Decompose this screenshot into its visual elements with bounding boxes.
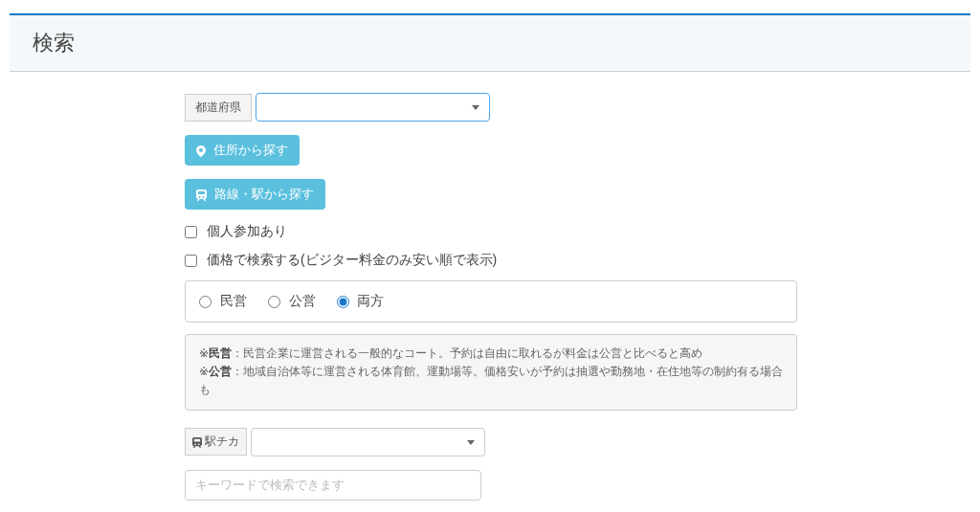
address-search-button[interactable]: 住所から探す [185,135,300,166]
individual-participation-label-wrap[interactable]: 個人参加あり [185,223,287,238]
price-search-label-wrap[interactable]: 価格で検索する(ビジター料金のみ安い順で表示) [185,252,497,267]
train-icon [196,187,211,201]
individual-participation-label: 個人参加あり [207,223,287,238]
public-desc-label: 公営 [209,365,232,378]
address-search-label: 住所から探す [213,143,288,157]
operation-type-box: 民営 公営 両方 [185,280,797,323]
public-desc-line: ※公営：地域自治体等に運営される体育館、運動場等。価格安いが予約は抽選や勤務地・… [199,363,783,399]
pin-icon [196,143,210,157]
radio-both-wrap[interactable]: 両方 [337,293,385,308]
desc-prefix-1: ※ [199,346,209,360]
radio-public[interactable] [268,296,280,308]
radio-public-wrap[interactable]: 公営 [268,293,320,308]
prefecture-select[interactable] [256,93,490,122]
station-near-select[interactable] [251,428,485,456]
prefecture-label: 都道府県 [185,94,252,122]
price-search-label: 価格で検索する(ビジター料金のみ安い順で表示) [207,252,497,267]
address-search-row: 住所から探す [185,135,797,166]
station-near-label: 駅チカ [205,434,239,450]
radio-private[interactable] [199,296,212,308]
operation-type-desc: ※民営：民営企業に運営される一般的なコート。予約は自由に取れるが料金は公営と比べ… [185,334,797,411]
private-desc-text: ：民営企業に運営される一般的なコート。予約は自由に取れるが料金は公営と比べると高… [232,346,702,360]
radio-private-label: 民営 [220,293,247,308]
line-station-search-label: 路線・駅から探す [214,187,314,201]
private-desc-line: ※民営：民営企業に運営される一般的なコート。予約は自由に取れるが料金は公営と比べ… [199,345,783,363]
line-station-search-button[interactable]: 路線・駅から探す [185,179,325,210]
operation-type-radio-group: 民営 公営 両方 [199,293,783,310]
individual-participation-row: 個人参加あり [185,223,797,240]
prefecture-row: 都道府県 [185,93,797,122]
desc-prefix-2: ※ [199,365,209,378]
individual-participation-checkbox[interactable] [185,226,197,238]
keyword-input[interactable] [185,470,481,501]
page-title: 検索 [33,29,947,57]
public-desc-text: ：地域自治体等に運営される体育館、運動場等。価格安いが予約は抽選や勤務地・在住地… [199,365,783,396]
station-near-row: 駅チカ [185,428,797,456]
price-search-checkbox[interactable] [185,255,197,267]
radio-public-label: 公営 [289,293,316,308]
title-bar: 検索 [10,13,970,72]
station-near-label-box: 駅チカ [185,428,247,456]
search-form: 都道府県 住所から探す 路線・駅から探す 個人参加あり 価格で検索する(ビジター… [185,93,797,512]
line-station-row: 路線・駅から探す [185,179,797,210]
radio-both[interactable] [337,296,349,308]
train-icon [192,435,202,448]
private-desc-label: 民営 [209,346,232,360]
radio-private-wrap[interactable]: 民営 [199,293,251,308]
price-search-row: 価格で検索する(ビジター料金のみ安い順で表示) [185,252,797,269]
radio-both-label: 両方 [357,293,384,308]
